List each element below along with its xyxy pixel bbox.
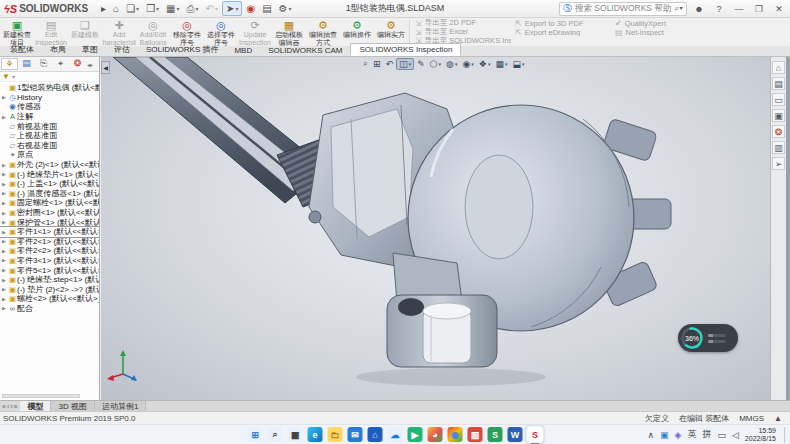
search-icon[interactable]: ⌕	[268, 427, 283, 442]
zoom-area-icon[interactable]: ⊞	[371, 58, 383, 70]
tree-part[interactable]: ▶ ▣ 零件1<1> (默认<<默认>_显示状态	[0, 227, 100, 237]
new-inspection-project-button[interactable]: ▣ 新建检查项目 (amp;N)	[0, 18, 34, 46]
model-3d-view[interactable]	[101, 57, 770, 400]
export-excel-button[interactable]: ⇲ 导出至 Excel	[415, 28, 511, 37]
tab-3d-views[interactable]: 3D 视图	[51, 401, 94, 411]
custom-properties-icon[interactable]: ▥	[772, 141, 785, 154]
add-edit-balloons-button[interactable]: ◎ Add/Edit Balloons	[136, 18, 170, 46]
help-search-box[interactable]: Ⓢ 搜索 SOLIDWORKS 帮助 ⌕▾	[559, 2, 687, 16]
tab-assembly[interactable]: 装配体	[2, 43, 42, 56]
tab-nav-arrows[interactable]: «‹›»	[0, 403, 20, 410]
new-template-button[interactable]: ❏ 新建模板	[68, 18, 102, 46]
edit-operations-button[interactable]: ⚙ 编辑操作	[340, 18, 374, 46]
ime-mode-indicator[interactable]: 拼	[702, 428, 711, 441]
task-pane-splitter[interactable]	[786, 57, 790, 400]
tab-evaluate[interactable]: 评估	[106, 43, 138, 56]
close-button[interactable]: ✕	[771, 4, 787, 14]
export-3d-pdf-button[interactable]: ⇱ Export to 3D PDF	[515, 19, 611, 28]
start-button[interactable]: ⊞	[248, 427, 263, 442]
export-2d-pdf-button[interactable]: ⇲ 导出至 2D PDF	[415, 19, 511, 28]
panel-collapse-arrow[interactable]: ◀	[101, 61, 110, 74]
display-icon[interactable]: ▭	[717, 430, 726, 440]
apply-scene-icon[interactable]: ▦ ▾	[493, 58, 509, 70]
spacer[interactable]	[615, 36, 711, 45]
view-settings-icon[interactable]: ⬓ ▾	[510, 58, 526, 70]
file-properties-icon[interactable]: ▤	[259, 1, 274, 16]
tree-sensors[interactable]: ◉ 传感器	[0, 102, 99, 112]
task-view-icon[interactable]: ▦	[288, 427, 303, 442]
taskbar-clock[interactable]: 15:59 2022/8/15	[745, 427, 776, 443]
tree-mates[interactable]: ▶ ∞ 配合	[0, 304, 99, 314]
word-app-icon[interactable]: W	[508, 427, 523, 442]
select-icon[interactable]: ➤ ▾	[222, 1, 242, 16]
search-icon[interactable]: ⌕▾	[674, 3, 683, 14]
tab-motion-study[interactable]: 运动算例1	[95, 401, 146, 411]
graphics-viewport[interactable]: ◀ ⌕ ⊞ ↶ ◫	[101, 57, 770, 400]
edit-inspection-project-button[interactable]: ▤ Edit Inspection Project	[34, 18, 68, 46]
propertymanager-tab-icon[interactable]: ▤	[18, 58, 35, 70]
tree-filter-row[interactable]: ▼ ▾	[0, 72, 99, 82]
net-inspect-button[interactable]: ▤ Net-Inspect	[615, 28, 711, 37]
file-explorer-icon[interactable]: 🗀	[328, 427, 343, 442]
view-orientation-icon[interactable]: ⬡ ▾	[428, 58, 443, 70]
options-icon[interactable]: ⚙ ▾	[276, 1, 295, 16]
show-desktop-button[interactable]	[784, 427, 786, 443]
update-inspection-project-button[interactable]: ⟳ Update Inspection Project	[238, 18, 272, 46]
login-button[interactable]: ☻	[691, 4, 707, 14]
export-edrawing-button[interactable]: ⇱ Export eDrawing	[515, 28, 611, 37]
tab-inspection[interactable]: SOLIDWORKS Inspection	[350, 43, 461, 56]
featuremanager-tab-icon[interactable]: ⚘	[1, 58, 18, 70]
tree-history[interactable]: ▶ ◷ History	[0, 93, 99, 103]
onedrive-icon[interactable]: ☁	[388, 427, 403, 442]
tree-horizontal-scrollbar[interactable]	[2, 394, 80, 398]
view-palette-icon[interactable]: ▣	[772, 109, 785, 122]
tray-chevron-icon[interactable]: ∧	[647, 430, 654, 440]
browser-360-icon[interactable]: ◕	[428, 427, 443, 442]
select-balloons-button[interactable]: ◎ 选择零件序号	[204, 18, 238, 46]
displaymanager-tab-icon[interactable]: ❂	[69, 58, 86, 70]
rebuild-icon[interactable]: ◉	[243, 1, 258, 16]
save-icon[interactable]: ▦ ▾	[163, 1, 182, 16]
dimxpertmanager-tab-icon[interactable]: ⌖	[52, 58, 69, 70]
spacer[interactable]	[515, 36, 611, 45]
launch-template-editor-button[interactable]: ▦ 启动模板编辑器	[272, 18, 306, 46]
qualityxpert-button[interactable]: ✔ QualityXpert	[615, 19, 711, 28]
sw-resources-icon[interactable]: ⌂	[772, 61, 785, 74]
tree-right-plane[interactable]: ▱ 右视基准面	[0, 141, 99, 151]
edit-appearance-icon[interactable]: ❖ ▾	[477, 58, 493, 70]
flyout-arrow[interactable]: ▸	[98, 1, 109, 16]
design-library-icon[interactable]: ▤	[772, 77, 785, 90]
hide-show-items-icon[interactable]: ◉ ▾	[460, 58, 475, 70]
print-icon[interactable]: ⎙ ▾	[184, 1, 202, 16]
reader-app-icon[interactable]: ▥	[468, 427, 483, 442]
media-app-icon[interactable]: ▶	[408, 427, 423, 442]
edit-methods-button[interactable]: ⚙ 编辑实方	[374, 18, 408, 46]
tray-app-icon[interactable]: ▣	[660, 430, 669, 440]
add-characteristic-button[interactable]: ✚ Add Characteristic	[102, 18, 136, 46]
tree-part[interactable]: ▶ ▣ 螺栓<2> (默认<<默认>_显示状态	[0, 294, 99, 304]
new-file-icon[interactable]: ❏ ▾	[123, 1, 142, 16]
section-view-icon[interactable]: ◫ ▾	[396, 58, 414, 70]
tab-cam[interactable]: SOLIDWORKS CAM	[260, 45, 350, 56]
appearances-icon[interactable]: ❂	[772, 125, 785, 138]
tray-shield-icon[interactable]: ◈	[674, 430, 681, 440]
restore-button[interactable]: ❐	[751, 4, 767, 14]
help-button[interactable]: ?	[711, 4, 727, 14]
volume-icon[interactable]: ◁	[732, 430, 739, 440]
store-icon[interactable]: ⌂	[368, 427, 383, 442]
forum-icon[interactable]: ➢	[772, 157, 785, 170]
tab-sketch[interactable]: 草图	[74, 43, 106, 56]
configurationmanager-tab-icon[interactable]: ⎘	[35, 58, 52, 70]
minimize-button[interactable]: —	[731, 4, 747, 14]
home-icon[interactable]: ⌂	[110, 1, 122, 16]
dynamic-annotation-icon[interactable]: ✎	[415, 58, 427, 70]
chrome-icon[interactable]: ◉	[448, 427, 463, 442]
ime-language-indicator[interactable]: 英	[687, 428, 696, 441]
zoom-fit-icon[interactable]: ⌕	[361, 58, 370, 70]
file-explorer-icon[interactable]: ▭	[772, 93, 785, 106]
widget-buttons[interactable]	[708, 334, 726, 343]
tab-addins[interactable]: SOLIDWORKS 插件	[138, 43, 226, 56]
display-style-icon[interactable]: ◍ ▾	[444, 58, 459, 70]
open-file-icon[interactable]: ❐ ▾	[143, 1, 162, 16]
tab-mbd[interactable]: MBD	[226, 45, 260, 56]
